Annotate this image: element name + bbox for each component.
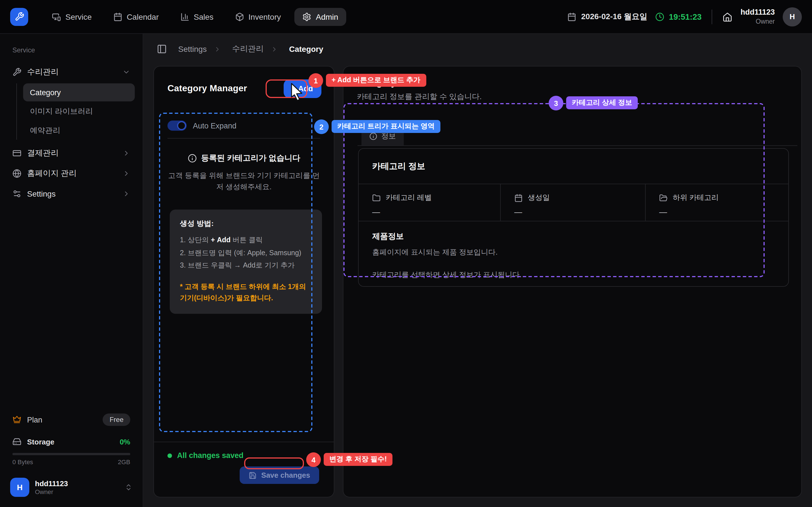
field-value: —	[514, 207, 645, 216]
nav-admin-label: Admin	[316, 12, 338, 21]
breadcrumb-repair[interactable]: 수리관리	[232, 44, 264, 54]
field-created-date: 생성일 —	[500, 184, 645, 221]
save-status-text: All changes saved	[177, 451, 244, 460]
sliders-icon	[12, 189, 21, 198]
sidebar-item-payment[interactable]: 결제관리	[8, 143, 135, 163]
add-button[interactable]: + Add	[283, 79, 321, 98]
category-info-panel: Category Info 카테고리 정보를 관리할 수 있습니다. 정보 카테…	[343, 66, 802, 497]
calendar-icon	[567, 12, 576, 21]
guide-step-1: 1. 상단의 + Add 버튼 클릭	[180, 234, 312, 247]
storage-label: Storage	[27, 438, 54, 446]
nav-admin[interactable]: Admin	[294, 8, 346, 25]
main-nav: Service Calendar Sales Inventory Admin	[44, 8, 346, 25]
toggle-knob	[177, 121, 186, 130]
product-info-section: 제품정보 홈페이지에 표시되는 제품 정보입니다. 카테고리를 선택하면 상세 …	[359, 221, 788, 280]
date-display: 2026-02-16 월요일	[567, 11, 647, 22]
avatar: H	[10, 478, 29, 497]
app-logo[interactable]	[10, 8, 28, 25]
plan-label: Plan	[27, 415, 42, 424]
product-info-description: 홈페이지에 표시되는 제품 정보입니다.	[372, 247, 775, 258]
sidebar-item-label: 예약관리	[30, 126, 60, 136]
status-dot	[167, 453, 172, 458]
folder-icon	[372, 193, 380, 202]
calendar-icon	[514, 193, 523, 202]
app-root: Service Calendar Sales Inventory Admin 2…	[0, 0, 812, 507]
category-manager-panel: Category Manager + Add Auto Expand 등록된 카…	[153, 66, 335, 497]
sidebar-item-label: 수리관리	[27, 67, 59, 77]
info-icon	[369, 132, 377, 140]
nav-sales[interactable]: Sales	[172, 8, 221, 25]
auto-expand-label: Auto Expand	[193, 121, 237, 130]
card-title: 카테고리 정보	[372, 161, 425, 172]
user-name: hdd11123	[741, 8, 775, 17]
card-fields: 카테고리 레벨 — 생성일 — 하위 카테고리 —	[359, 184, 788, 221]
sidebar-item-repair[interactable]: 수리관리	[8, 62, 135, 82]
nav-inventory-label: Inventory	[248, 12, 281, 21]
nav-service[interactable]: Service	[44, 8, 100, 25]
auto-expand-toggle[interactable]	[167, 121, 187, 131]
sidebar-item-category[interactable]: Category	[23, 83, 135, 101]
topbar-user: hdd11123 Owner	[741, 8, 775, 25]
sidebar-item-label: 홈페이지 관리	[27, 168, 77, 179]
avatar[interactable]: H	[783, 7, 802, 26]
crown-icon	[12, 415, 21, 424]
save-status: All changes saved	[154, 442, 334, 460]
credit-card-icon	[12, 149, 21, 158]
plan-badge: Free	[103, 413, 130, 426]
storage-progress-bar	[12, 453, 130, 455]
divider	[712, 9, 712, 24]
home-icon[interactable]	[722, 11, 732, 22]
breadcrumb-settings[interactable]: Settings	[178, 45, 207, 54]
user-name: hdd11123	[35, 480, 68, 489]
tab-info[interactable]: 정보	[361, 127, 404, 145]
user-role: Owner	[35, 489, 68, 495]
divider	[167, 138, 320, 138]
creation-guide-box: 생성 방법: 1. 상단의 + Add 버튼 클릭 2. 브랜드명 입력 (예:…	[170, 210, 322, 314]
sidebar-bottom: Plan Free Storage 0% 0 Bytes 2GB H hdd11…	[8, 410, 135, 498]
sidebar-item-homepage[interactable]: 홈페이지 관리	[8, 163, 135, 184]
sidebar-item-label: 결제관리	[27, 148, 59, 158]
nav-sales-label: Sales	[194, 12, 213, 21]
panel-title: Category Manager	[167, 83, 247, 94]
category-manager-header: Category Manager + Add	[154, 66, 334, 110]
sidebar-item-reservation[interactable]: 예약관리	[23, 122, 135, 140]
storage-total: 2GB	[118, 459, 130, 465]
empty-state: 등록된 카테고리가 없습니다 고객 등록을 위해 브랜드와 기기 카테고리를 먼…	[154, 153, 334, 193]
sidebar-user[interactable]: H hdd11123 Owner	[8, 474, 135, 498]
bar-chart-icon	[180, 12, 189, 21]
panel-footer: All changes saved Save changes	[154, 442, 334, 497]
folder-open-icon	[659, 193, 668, 202]
nav-calendar[interactable]: Calendar	[105, 8, 167, 25]
panel-subtitle: 카테고리 정보를 관리할 수 있습니다.	[357, 92, 788, 102]
breadcrumb-current: Category	[289, 45, 323, 54]
selection-placeholder: 카테고리를 선택하면 상세 정보가 표시됩니다.	[372, 270, 775, 280]
storage-detail: 0 Bytes 2GB	[8, 459, 135, 474]
category-info-card: 카테고리 정보 카테고리 레벨 — 생성일 — 하위 카테고리 —	[358, 148, 789, 287]
save-changes-button[interactable]: Save changes	[240, 466, 319, 484]
save-icon	[249, 471, 257, 479]
chevron-right-icon	[213, 45, 221, 53]
plan-row: Plan Free	[8, 410, 135, 434]
storage-percent: 0%	[119, 438, 130, 446]
panel-toggle-icon[interactable]	[157, 44, 167, 54]
nav-calendar-label: Calendar	[126, 12, 159, 21]
calendar-icon	[113, 12, 122, 21]
nav-inventory[interactable]: Inventory	[227, 8, 289, 25]
chevrons-up-down-icon	[124, 483, 133, 491]
chevron-right-icon	[122, 170, 130, 177]
save-button-label: Save changes	[261, 471, 310, 480]
guide-warning: * 고객 등록 시 브랜드 하위에 최소 1개의 기기(디바이스)가 필요합니다…	[180, 281, 312, 304]
storage-used: 0 Bytes	[12, 459, 33, 465]
empty-state-title: 등록된 카테고리가 없습니다	[201, 153, 300, 163]
chevron-right-icon	[122, 190, 130, 198]
guide-step-2: 2. 브랜드명 입력 (예: Apple, Samsung)	[180, 247, 312, 260]
sidebar-item-image-library[interactable]: 이미지 라이브러리	[23, 103, 135, 121]
main-content: Settings 수리관리 Category Category Manager …	[143, 34, 812, 507]
empty-state-description: 고객 등록을 위해 브랜드와 기기 카테고리를 먼저 생성해주세요.	[165, 170, 322, 193]
wrench-icon	[14, 12, 24, 21]
sidebar-item-label: 이미지 라이브러리	[30, 107, 93, 117]
top-bar: Service Calendar Sales Inventory Admin 2…	[0, 0, 812, 34]
sidebar-item-settings[interactable]: Settings	[8, 184, 135, 204]
time-text: 19:51:23	[669, 12, 702, 21]
product-info-title: 제품정보	[372, 231, 775, 242]
